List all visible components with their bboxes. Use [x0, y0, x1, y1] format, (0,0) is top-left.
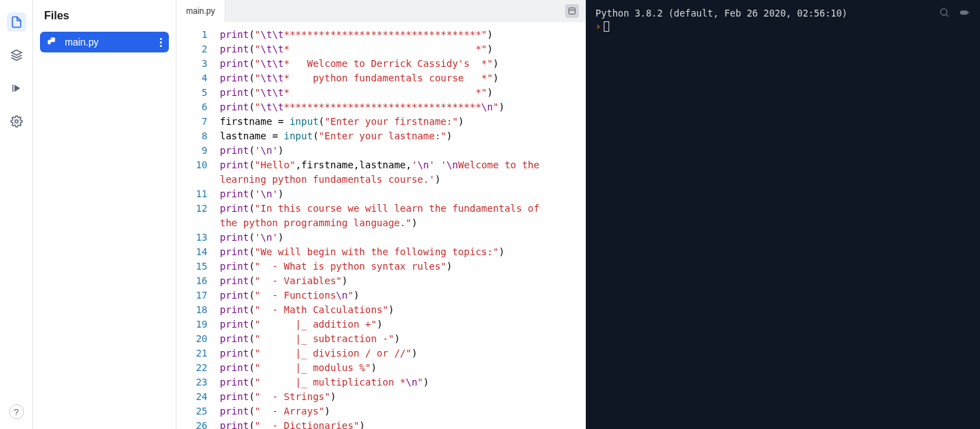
sidebar-title: Files	[40, 10, 169, 22]
tabbar: main.py	[176, 0, 586, 22]
svg-line-5	[946, 14, 948, 17]
clear-icon[interactable]	[959, 7, 970, 18]
prompt-arrow-icon: ›	[595, 21, 601, 32]
editor-pane: main.py 12345678910-1112-131415161718192…	[176, 0, 586, 429]
tab-main[interactable]: main.py	[176, 0, 225, 22]
help-button[interactable]: ?	[9, 404, 24, 419]
console-pane[interactable]: Python 3.8.2 (default, Feb 26 2020, 02:5…	[586, 0, 980, 429]
files-icon[interactable]	[7, 12, 26, 32]
python-file-icon	[47, 37, 58, 48]
svg-rect-2	[569, 8, 575, 14]
file-item-main[interactable]: main.py	[40, 32, 169, 52]
cursor-icon	[604, 21, 609, 32]
console-toolbar	[939, 7, 970, 18]
console-header: Python 3.8.2 (default, Feb 26 2020, 02:5…	[595, 7, 970, 19]
sidebar: Files main.py	[33, 0, 176, 429]
svg-point-4	[941, 9, 947, 15]
svg-rect-6	[960, 10, 968, 14]
svg-rect-0	[12, 85, 14, 92]
tab-label: main.py	[186, 6, 215, 16]
iconbar: ?	[0, 0, 33, 429]
search-icon[interactable]	[939, 7, 950, 18]
svg-point-1	[14, 120, 18, 123]
editor-layout-button[interactable]	[565, 4, 579, 18]
file-item-label: main.py	[65, 37, 99, 48]
code-content: print("\t\t*****************************…	[214, 22, 545, 429]
run-icon[interactable]	[7, 79, 26, 98]
line-gutter: 12345678910-1112-13141516171819202122232…	[176, 22, 214, 429]
console-prompt: ›	[595, 21, 970, 32]
code-editor[interactable]: 12345678910-1112-13141516171819202122232…	[176, 22, 586, 429]
packages-icon[interactable]	[7, 46, 26, 65]
settings-icon[interactable]	[7, 112, 26, 131]
file-item-menu-icon[interactable]	[160, 38, 162, 47]
